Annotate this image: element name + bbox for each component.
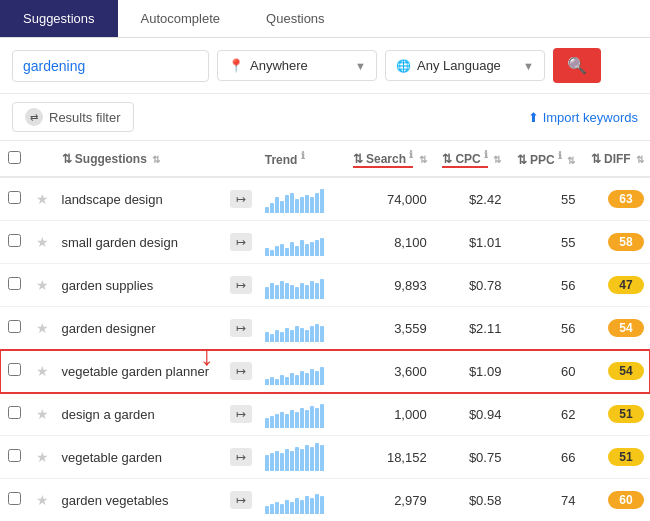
row-keyword: vegetable garden planner bbox=[56, 350, 224, 393]
row-star-cell: ★ bbox=[29, 436, 55, 479]
search-button[interactable]: 🔍 bbox=[553, 48, 601, 83]
row-diff: 51 bbox=[581, 393, 650, 436]
location-dropdown[interactable]: 📍 Anywhere ▼ bbox=[217, 50, 377, 81]
tab-questions[interactable]: Questions bbox=[243, 0, 348, 37]
row-nav-cell: ↦ bbox=[223, 221, 259, 264]
row-nav-button[interactable]: ↦ bbox=[230, 276, 252, 294]
trend-bars bbox=[265, 486, 337, 514]
row-search-volume: 3,559 bbox=[343, 307, 433, 350]
col-header-suggestions[interactable]: ⇅ Suggestions bbox=[56, 141, 224, 177]
row-checkbox[interactable] bbox=[8, 449, 21, 462]
table-body: ★landscape design↦74,000$2.425563★small … bbox=[0, 177, 650, 521]
row-keyword: vegetable garden bbox=[56, 436, 224, 479]
star-icon[interactable]: ★ bbox=[36, 320, 49, 336]
star-icon[interactable]: ★ bbox=[36, 191, 49, 207]
row-search-volume: 8,100 bbox=[343, 221, 433, 264]
import-label: Import keywords bbox=[543, 110, 638, 125]
col-header-cpc[interactable]: ⇅ CPC ℹ bbox=[433, 141, 508, 177]
col-header-ppc[interactable]: ⇅ PPC ℹ bbox=[507, 141, 581, 177]
search-input[interactable]: gardening bbox=[12, 50, 209, 82]
row-diff: 63 bbox=[581, 177, 650, 221]
table-row: ★garden supplies↦9,893$0.785647 bbox=[0, 264, 650, 307]
col-diff-label: ⇅ DIFF bbox=[591, 152, 631, 166]
row-nav-button[interactable]: ↦ bbox=[230, 233, 252, 251]
table-row: ★small garden design↦8,100$1.015558 bbox=[0, 221, 650, 264]
row-checkbox[interactable] bbox=[8, 320, 21, 333]
select-all-checkbox[interactable] bbox=[8, 151, 21, 164]
star-icon[interactable]: ★ bbox=[36, 492, 49, 508]
trend-bars bbox=[265, 228, 337, 256]
col-trend-label: Trend ℹ bbox=[265, 153, 305, 167]
row-trend bbox=[259, 264, 343, 307]
row-search-volume: 3,600 bbox=[343, 350, 433, 393]
row-ppc: 74 bbox=[507, 479, 581, 522]
row-search-volume: 2,979 bbox=[343, 479, 433, 522]
tab-autocomplete[interactable]: Autocomplete bbox=[118, 0, 244, 37]
row-diff: 51 bbox=[581, 436, 650, 479]
diff-badge: 54 bbox=[608, 362, 644, 380]
row-trend bbox=[259, 350, 343, 393]
row-star-cell: ★ bbox=[29, 177, 55, 221]
row-trend bbox=[259, 307, 343, 350]
star-icon[interactable]: ★ bbox=[36, 449, 49, 465]
row-nav-cell: ↦ bbox=[223, 350, 259, 393]
import-keywords-link[interactable]: ⬆ Import keywords bbox=[528, 110, 638, 125]
row-checkbox[interactable] bbox=[8, 191, 21, 204]
table-row: ★vegetable garden↦18,152$0.756651 bbox=[0, 436, 650, 479]
row-cpc: $1.09 bbox=[433, 350, 508, 393]
row-diff: 60 bbox=[581, 479, 650, 522]
row-keyword: design a garden bbox=[56, 393, 224, 436]
col-suggestions-label: ⇅ Suggestions bbox=[62, 152, 147, 166]
star-icon[interactable]: ★ bbox=[36, 234, 49, 250]
row-keyword: garden supplies bbox=[56, 264, 224, 307]
row-checkbox[interactable] bbox=[8, 234, 21, 247]
row-nav-button[interactable]: ↦ bbox=[230, 190, 252, 208]
col-cpc-label: ⇅ CPC ℹ bbox=[442, 149, 488, 168]
row-nav-button[interactable]: ↦ bbox=[230, 491, 252, 509]
star-icon[interactable]: ★ bbox=[36, 277, 49, 293]
location-chevron-icon: ▼ bbox=[355, 60, 366, 72]
row-nav-cell: ↦ bbox=[223, 393, 259, 436]
col-header-star bbox=[29, 141, 55, 177]
trend-bars bbox=[265, 443, 337, 471]
diff-badge: 51 bbox=[608, 405, 644, 423]
row-search-volume: 74,000 bbox=[343, 177, 433, 221]
row-nav-button[interactable]: ↦ bbox=[230, 405, 252, 423]
row-diff: 47 bbox=[581, 264, 650, 307]
row-star-cell: ★ bbox=[29, 264, 55, 307]
row-checkbox-cell bbox=[0, 264, 29, 307]
trend-bars bbox=[265, 185, 337, 213]
row-diff: 54 bbox=[581, 350, 650, 393]
tab-bar: Suggestions Autocomplete Questions bbox=[0, 0, 650, 38]
star-icon[interactable]: ★ bbox=[36, 363, 49, 379]
results-filter-button[interactable]: ⇄ Results filter bbox=[12, 102, 134, 132]
row-trend bbox=[259, 479, 343, 522]
row-cpc: $2.42 bbox=[433, 177, 508, 221]
row-nav-button[interactable]: ↦ bbox=[230, 362, 252, 380]
row-nav-button[interactable]: ↦ bbox=[230, 319, 252, 337]
row-star-cell: ★ bbox=[29, 479, 55, 522]
col-header-search[interactable]: ⇅ Search ℹ bbox=[343, 141, 433, 177]
row-cpc: $0.75 bbox=[433, 436, 508, 479]
results-table: ⇅ Suggestions Trend ℹ ⇅ Search ℹ ⇅ CPC ℹ… bbox=[0, 141, 650, 521]
row-ppc: 55 bbox=[507, 221, 581, 264]
row-cpc: $1.01 bbox=[433, 221, 508, 264]
tab-suggestions[interactable]: Suggestions bbox=[0, 0, 118, 37]
row-checkbox[interactable] bbox=[8, 406, 21, 419]
results-table-wrap: ⇅ Suggestions Trend ℹ ⇅ Search ℹ ⇅ CPC ℹ… bbox=[0, 141, 650, 521]
row-checkbox[interactable] bbox=[8, 277, 21, 290]
language-chevron-icon: ▼ bbox=[523, 60, 534, 72]
star-icon[interactable]: ★ bbox=[36, 406, 49, 422]
row-nav-button[interactable]: ↦ bbox=[230, 448, 252, 466]
row-nav-cell: ↦ bbox=[223, 264, 259, 307]
col-header-check bbox=[0, 141, 29, 177]
diff-badge: 63 bbox=[608, 190, 644, 208]
diff-badge: 58 bbox=[608, 233, 644, 251]
col-search-label: ⇅ Search ℹ bbox=[353, 149, 414, 168]
language-dropdown[interactable]: 🌐 Any Language ▼ bbox=[385, 50, 545, 81]
row-diff: 54 bbox=[581, 307, 650, 350]
row-checkbox[interactable] bbox=[8, 492, 21, 505]
row-checkbox[interactable] bbox=[8, 363, 21, 376]
location-label: Anywhere bbox=[250, 58, 308, 73]
col-header-diff[interactable]: ⇅ DIFF bbox=[581, 141, 650, 177]
